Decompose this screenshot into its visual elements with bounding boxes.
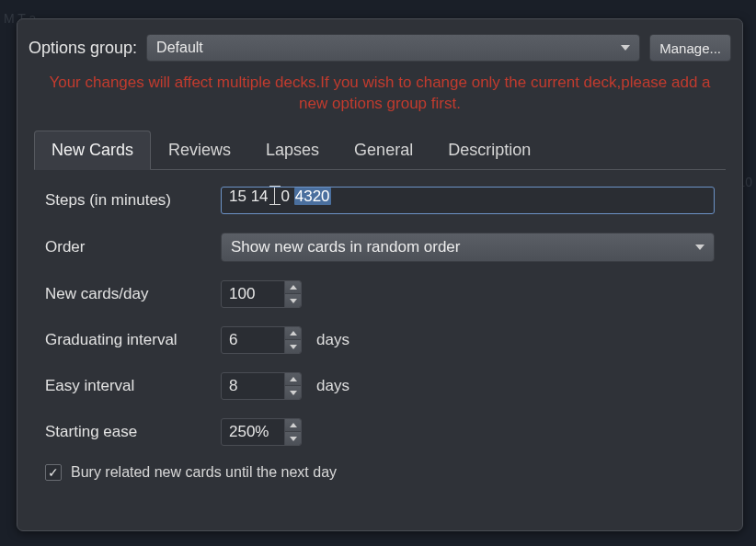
text-cursor-icon <box>269 188 281 204</box>
steps-label: Steps (in minutes) <box>45 191 206 210</box>
grad-unit: days <box>316 331 349 349</box>
tab-bar: New Cards Reviews Lapses General Descrip… <box>34 130 726 170</box>
spin-down-icon[interactable] <box>285 385 301 399</box>
new-cards-panel: Steps (in minutes) 15 140 4320 Order Sho… <box>17 170 742 490</box>
topbar: Options group: Default Manage... <box>17 28 742 71</box>
bury-checkbox[interactable]: ✓ <box>45 464 62 481</box>
spin-up-icon[interactable] <box>285 327 301 340</box>
grad-spinner[interactable] <box>221 326 302 354</box>
spin-down-icon[interactable] <box>285 293 301 307</box>
newcards-spinner[interactable] <box>221 280 302 308</box>
tab-reviews[interactable]: Reviews <box>151 131 248 170</box>
order-select[interactable]: Show new cards in random order <box>221 233 715 262</box>
manage-button[interactable]: Manage... <box>649 34 731 62</box>
spin-down-icon[interactable] <box>285 431 301 445</box>
easy-unit: days <box>316 377 349 395</box>
options-group-select[interactable]: Default <box>146 34 640 62</box>
ease-spinner[interactable] <box>221 418 302 446</box>
spin-down-icon[interactable] <box>285 339 301 353</box>
spin-up-icon[interactable] <box>285 373 301 386</box>
grad-input[interactable] <box>222 327 284 353</box>
order-value: Show new cards in random order <box>231 238 460 256</box>
newcards-label: New cards/day <box>45 285 206 303</box>
grad-label: Graduating interval <box>45 331 206 349</box>
tab-general[interactable]: General <box>337 131 430 170</box>
bury-label: Bury related new cards until the next da… <box>71 464 337 481</box>
chevron-down-icon <box>621 45 630 51</box>
order-label: Order <box>45 238 206 256</box>
options-group-value: Default <box>156 40 203 56</box>
steps-value-prefix: 15 14 <box>229 188 269 205</box>
tab-new-cards[interactable]: New Cards <box>34 131 151 170</box>
steps-value-selected: 4320 <box>294 188 331 205</box>
steps-input[interactable]: 15 140 4320 <box>221 187 715 214</box>
options-dialog: Options group: Default Manage... Your ch… <box>17 18 743 531</box>
ease-input[interactable] <box>222 419 284 445</box>
options-group-label: Options group: <box>29 39 137 58</box>
ease-label: Starting ease <box>45 423 206 441</box>
easy-spinner[interactable] <box>221 372 302 400</box>
steps-value-mid: 0 <box>281 188 294 205</box>
spin-up-icon[interactable] <box>285 419 301 432</box>
spin-up-icon[interactable] <box>285 281 301 294</box>
easy-input[interactable] <box>222 373 284 399</box>
newcards-input[interactable] <box>222 281 284 307</box>
tab-lapses[interactable]: Lapses <box>248 131 337 170</box>
warning-text: Your changes will affect multiple decks.… <box>17 71 742 124</box>
easy-label: Easy interval <box>45 377 206 395</box>
tab-description[interactable]: Description <box>430 131 548 170</box>
chevron-down-icon <box>695 245 704 250</box>
